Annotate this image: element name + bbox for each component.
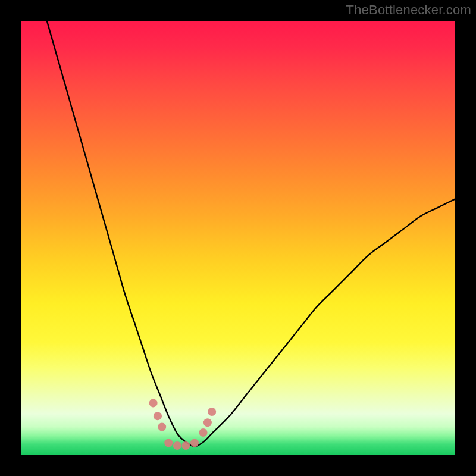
marker-dot — [208, 408, 216, 416]
outer-frame: TheBottlenecker.com — [0, 0, 476, 476]
marker-dot — [190, 439, 199, 447]
marker-dot — [173, 441, 181, 450]
plot-area — [21, 21, 455, 455]
marker-dot — [181, 441, 190, 450]
marker-dot — [154, 412, 162, 420]
gradient-rect — [21, 21, 455, 455]
chart-svg — [21, 21, 455, 455]
marker-dot — [158, 423, 166, 431]
marker-dot — [164, 439, 173, 447]
marker-dot — [149, 399, 158, 407]
watermark-text: TheBottlenecker.com — [346, 2, 471, 18]
marker-dot — [199, 428, 208, 437]
marker-dot — [203, 418, 212, 427]
